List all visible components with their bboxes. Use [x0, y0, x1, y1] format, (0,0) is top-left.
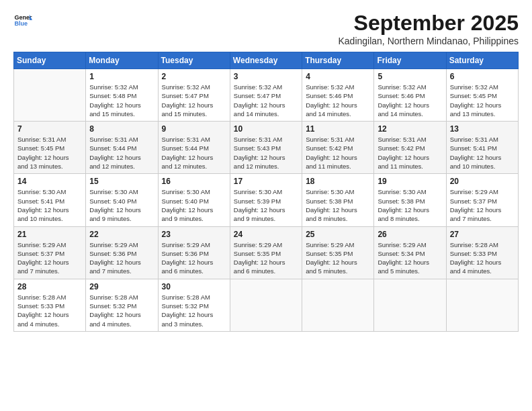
day-info: Sunrise: 5:30 AM Sunset: 5:40 PM Dayligh…: [162, 187, 226, 223]
day-number: 12: [378, 124, 442, 134]
day-number: 22: [89, 230, 154, 239]
calendar-cell: 21Sunrise: 5:29 AM Sunset: 5:37 PM Dayli…: [14, 226, 86, 279]
day-info: Sunrise: 5:29 AM Sunset: 5:35 PM Dayligh…: [234, 240, 298, 276]
day-info: Sunrise: 5:29 AM Sunset: 5:34 PM Dayligh…: [378, 240, 442, 276]
svg-text:Blue: Blue: [14, 20, 28, 27]
location-title: Kadingilan, Northern Mindanao, Philippin…: [338, 36, 519, 46]
day-info: Sunrise: 5:32 AM Sunset: 5:46 PM Dayligh…: [378, 83, 442, 118]
header: General Blue September 2025 Kadingilan, …: [13, 11, 519, 46]
calendar-cell: 9Sunrise: 5:31 AM Sunset: 5:44 PM Daylig…: [158, 122, 230, 174]
day-number: 8: [89, 124, 154, 134]
day-number: 21: [17, 230, 82, 239]
day-number: 16: [162, 177, 226, 186]
day-number: 15: [89, 177, 154, 186]
calendar-cell: 19Sunrise: 5:30 AM Sunset: 5:38 PM Dayli…: [374, 174, 446, 226]
day-info: Sunrise: 5:32 AM Sunset: 5:46 PM Dayligh…: [306, 83, 370, 118]
day-info: Sunrise: 5:32 AM Sunset: 5:48 PM Dayligh…: [89, 83, 154, 118]
day-info: Sunrise: 5:31 AM Sunset: 5:42 PM Dayligh…: [306, 135, 370, 171]
day-number: 18: [306, 177, 370, 186]
calendar-cell: 11Sunrise: 5:31 AM Sunset: 5:42 PM Dayli…: [302, 122, 374, 174]
day-info: Sunrise: 5:31 AM Sunset: 5:44 PM Dayligh…: [89, 135, 154, 171]
day-info: Sunrise: 5:31 AM Sunset: 5:42 PM Dayligh…: [378, 135, 442, 171]
calendar-cell: 25Sunrise: 5:29 AM Sunset: 5:35 PM Dayli…: [302, 226, 374, 279]
day-number: 25: [306, 230, 370, 239]
calendar-cell: 27Sunrise: 5:28 AM Sunset: 5:33 PM Dayli…: [446, 226, 518, 279]
day-info: Sunrise: 5:29 AM Sunset: 5:37 PM Dayligh…: [17, 240, 82, 276]
calendar-cell: 15Sunrise: 5:30 AM Sunset: 5:40 PM Dayli…: [86, 174, 158, 226]
day-info: Sunrise: 5:30 AM Sunset: 5:41 PM Dayligh…: [17, 187, 82, 223]
day-number: 23: [162, 230, 226, 239]
day-info: Sunrise: 5:30 AM Sunset: 5:38 PM Dayligh…: [378, 187, 442, 223]
weekday-header-row: SundayMondayTuesdayWednesdayThursdayFrid…: [14, 52, 519, 69]
day-info: Sunrise: 5:29 AM Sunset: 5:36 PM Dayligh…: [89, 240, 154, 276]
day-info: Sunrise: 5:29 AM Sunset: 5:36 PM Dayligh…: [162, 240, 226, 276]
calendar-cell: 12Sunrise: 5:31 AM Sunset: 5:42 PM Dayli…: [374, 122, 446, 174]
day-number: 4: [306, 72, 370, 81]
day-info: Sunrise: 5:32 AM Sunset: 5:45 PM Dayligh…: [450, 83, 515, 118]
day-number: 19: [378, 177, 442, 186]
day-info: Sunrise: 5:29 AM Sunset: 5:35 PM Dayligh…: [306, 240, 370, 276]
calendar-cell: 7Sunrise: 5:31 AM Sunset: 5:45 PM Daylig…: [14, 122, 86, 174]
calendar-cell: 2Sunrise: 5:32 AM Sunset: 5:47 PM Daylig…: [158, 69, 230, 122]
day-number: 24: [234, 230, 298, 239]
day-number: 9: [162, 124, 226, 134]
calendar-table: SundayMondayTuesdayWednesdayThursdayFrid…: [13, 52, 519, 332]
day-info: Sunrise: 5:32 AM Sunset: 5:47 PM Dayligh…: [162, 83, 226, 118]
day-info: Sunrise: 5:30 AM Sunset: 5:40 PM Dayligh…: [89, 187, 154, 223]
week-row-3: 14Sunrise: 5:30 AM Sunset: 5:41 PM Dayli…: [14, 174, 519, 226]
day-info: Sunrise: 5:30 AM Sunset: 5:38 PM Dayligh…: [306, 187, 370, 223]
calendar-cell: 6Sunrise: 5:32 AM Sunset: 5:45 PM Daylig…: [446, 69, 518, 122]
day-number: 14: [17, 177, 82, 186]
day-number: 1: [89, 72, 154, 81]
day-number: 7: [17, 124, 82, 134]
day-info: Sunrise: 5:31 AM Sunset: 5:43 PM Dayligh…: [234, 135, 298, 171]
calendar-cell: 22Sunrise: 5:29 AM Sunset: 5:36 PM Dayli…: [86, 226, 158, 279]
calendar-cell: 16Sunrise: 5:30 AM Sunset: 5:40 PM Dayli…: [158, 174, 230, 226]
day-number: 17: [234, 177, 298, 186]
calendar-cell: 1Sunrise: 5:32 AM Sunset: 5:48 PM Daylig…: [86, 69, 158, 122]
weekday-header-wednesday: Wednesday: [230, 52, 302, 69]
calendar-cell: 8Sunrise: 5:31 AM Sunset: 5:44 PM Daylig…: [86, 122, 158, 174]
day-number: 5: [378, 72, 442, 81]
logo: General Blue: [13, 11, 32, 30]
day-info: Sunrise: 5:31 AM Sunset: 5:41 PM Dayligh…: [450, 135, 515, 171]
logo-icon: General Blue: [13, 11, 32, 30]
day-info: Sunrise: 5:28 AM Sunset: 5:32 PM Dayligh…: [162, 293, 226, 328]
day-info: Sunrise: 5:31 AM Sunset: 5:45 PM Dayligh…: [17, 135, 82, 171]
day-info: Sunrise: 5:28 AM Sunset: 5:32 PM Dayligh…: [89, 293, 154, 328]
calendar-cell: 14Sunrise: 5:30 AM Sunset: 5:41 PM Dayli…: [14, 174, 86, 226]
calendar-cell: 13Sunrise: 5:31 AM Sunset: 5:41 PM Dayli…: [446, 122, 518, 174]
day-info: Sunrise: 5:30 AM Sunset: 5:39 PM Dayligh…: [234, 187, 298, 223]
calendar-cell: [446, 279, 518, 331]
day-info: Sunrise: 5:28 AM Sunset: 5:33 PM Dayligh…: [450, 240, 515, 276]
week-row-4: 21Sunrise: 5:29 AM Sunset: 5:37 PM Dayli…: [14, 226, 519, 279]
calendar-cell: 17Sunrise: 5:30 AM Sunset: 5:39 PM Dayli…: [230, 174, 302, 226]
day-number: 3: [234, 72, 298, 81]
calendar-cell: 20Sunrise: 5:29 AM Sunset: 5:37 PM Dayli…: [446, 174, 518, 226]
week-row-1: 1Sunrise: 5:32 AM Sunset: 5:48 PM Daylig…: [14, 69, 519, 122]
day-number: 29: [89, 282, 154, 291]
calendar-cell: [14, 69, 86, 122]
calendar-cell: 29Sunrise: 5:28 AM Sunset: 5:32 PM Dayli…: [86, 279, 158, 331]
calendar-cell: 4Sunrise: 5:32 AM Sunset: 5:46 PM Daylig…: [302, 69, 374, 122]
day-number: 26: [378, 230, 442, 239]
calendar-cell: 23Sunrise: 5:29 AM Sunset: 5:36 PM Dayli…: [158, 226, 230, 279]
month-title: September 2025: [338, 11, 519, 36]
day-number: 6: [450, 72, 515, 81]
calendar-cell: 18Sunrise: 5:30 AM Sunset: 5:38 PM Dayli…: [302, 174, 374, 226]
day-number: 11: [306, 124, 370, 134]
weekday-header-saturday: Saturday: [446, 52, 518, 69]
weekday-header-tuesday: Tuesday: [158, 52, 230, 69]
day-info: Sunrise: 5:32 AM Sunset: 5:47 PM Dayligh…: [234, 83, 298, 118]
day-info: Sunrise: 5:28 AM Sunset: 5:33 PM Dayligh…: [17, 293, 82, 328]
day-number: 30: [162, 282, 226, 291]
calendar-cell: 24Sunrise: 5:29 AM Sunset: 5:35 PM Dayli…: [230, 226, 302, 279]
title-block: September 2025 Kadingilan, Northern Mind…: [338, 11, 519, 46]
calendar-cell: 26Sunrise: 5:29 AM Sunset: 5:34 PM Dayli…: [374, 226, 446, 279]
calendar-cell: 3Sunrise: 5:32 AM Sunset: 5:47 PM Daylig…: [230, 69, 302, 122]
weekday-header-monday: Monday: [86, 52, 158, 69]
day-info: Sunrise: 5:31 AM Sunset: 5:44 PM Dayligh…: [162, 135, 226, 171]
day-number: 27: [450, 230, 515, 239]
day-number: 28: [17, 282, 82, 291]
day-number: 2: [162, 72, 226, 81]
